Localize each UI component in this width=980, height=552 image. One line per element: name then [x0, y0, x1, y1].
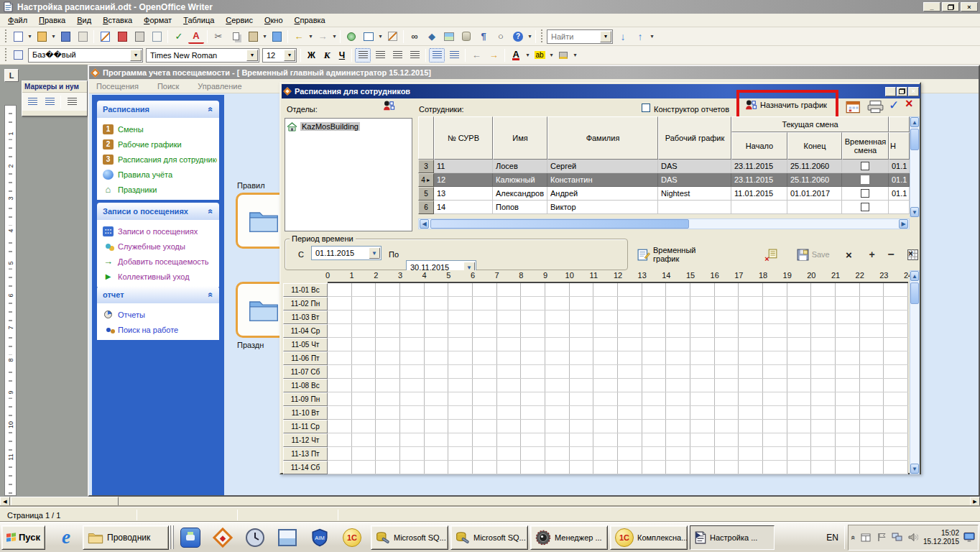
- schedule-cell[interactable]: [497, 447, 522, 460]
- schedule-cell[interactable]: [739, 297, 763, 310]
- collapse-chevron-icon[interactable]: «: [206, 209, 216, 214]
- schedule-cell[interactable]: [715, 461, 739, 474]
- day-row-header[interactable]: 11-06 Пт: [283, 351, 328, 365]
- schedule-cell[interactable]: [425, 406, 449, 419]
- schedule-cell[interactable]: [715, 379, 739, 392]
- schedule-cell[interactable]: [570, 310, 594, 323]
- schedule-cell[interactable]: [400, 310, 425, 323]
- schedule-cell[interactable]: [448, 406, 473, 419]
- menu-Справка[interactable]: Справка: [290, 15, 330, 25]
- schedule-cell[interactable]: [497, 433, 522, 446]
- ruler-corner-button[interactable]: L: [4, 69, 19, 82]
- bullet-list-icon[interactable]: [446, 48, 462, 63]
- schedule-cell[interactable]: [811, 351, 836, 364]
- schedule-cell[interactable]: [666, 338, 690, 351]
- schedule-cell[interactable]: [545, 379, 570, 392]
- day-row-header[interactable]: 11-11 Ср: [283, 420, 328, 433]
- sidebar-item-accounting-rules[interactable]: Правила учёта: [101, 167, 217, 182]
- table-cell[interactable]: 25.11.2060: [787, 173, 842, 187]
- schedule-cell[interactable]: [593, 461, 618, 474]
- schedule-cell[interactable]: [811, 338, 836, 351]
- schedule-cell[interactable]: [497, 324, 522, 337]
- italic-button[interactable]: К: [320, 50, 335, 61]
- employees-table[interactable]: № СУРВИмяФамилияРабочий графикТекущая см…: [418, 116, 910, 214]
- schedule-cell[interactable]: [352, 406, 376, 419]
- table-cell[interactable]: 14: [434, 201, 493, 214]
- table-cell[interactable]: 23.11.2015: [731, 173, 787, 187]
- schedule-cell[interactable]: [836, 392, 860, 405]
- export-pdf-icon[interactable]: [114, 29, 130, 44]
- schedule-cell[interactable]: [642, 406, 667, 419]
- hyperlink-icon[interactable]: [343, 29, 359, 44]
- numbered-list-icon[interactable]: [42, 95, 57, 109]
- schedule-cell[interactable]: [690, 297, 715, 310]
- zoom-icon[interactable]: ○: [493, 29, 509, 44]
- toolbar-grip[interactable]: [4, 29, 7, 44]
- image-viewer-icon[interactable]: [276, 525, 299, 550]
- table-cell[interactable]: 12: [434, 173, 493, 187]
- schedule-cell[interactable]: [860, 392, 884, 405]
- schedule-cell[interactable]: [400, 283, 425, 296]
- schedule-cell[interactable]: [690, 351, 715, 364]
- day-row-header[interactable]: 11-07 Сб: [283, 365, 328, 379]
- schedule-cell[interactable]: [884, 338, 908, 351]
- app-menu-Посещения[interactable]: Посещения: [96, 82, 139, 91]
- schedule-cell[interactable]: [860, 351, 884, 364]
- schedule-cell[interactable]: [448, 379, 473, 392]
- table-cell[interactable]: [731, 201, 787, 214]
- schedule-cell[interactable]: [715, 406, 739, 419]
- schedule-cell[interactable]: [570, 283, 594, 296]
- show-desktop-icon[interactable]: [963, 532, 975, 543]
- temp-shift-checkbox[interactable]: [861, 189, 869, 198]
- schedule-cell[interactable]: [521, 420, 545, 433]
- schedule-cell[interactable]: [642, 392, 667, 405]
- schedule-cell[interactable]: [739, 392, 763, 405]
- table-row[interactable]: 513АлександровАндрейNightest11.01.201501…: [418, 187, 910, 201]
- schedule-cell[interactable]: [473, 379, 497, 392]
- dropdown-arrow-icon[interactable]: ▾: [600, 31, 611, 42]
- schedule-cell[interactable]: [570, 324, 594, 337]
- table-cell[interactable]: Константин: [547, 173, 658, 187]
- schedule-cell[interactable]: [425, 338, 449, 351]
- align-left-icon[interactable]: [355, 48, 371, 63]
- schedule-cell[interactable]: [836, 433, 860, 446]
- schedule-cell[interactable]: [666, 283, 690, 296]
- schedule-cell[interactable]: [642, 447, 667, 460]
- schedule-cell[interactable]: [715, 297, 739, 310]
- close-button[interactable]: ×: [961, 2, 978, 12]
- schedule-cell[interactable]: [763, 351, 787, 364]
- schedule-cell[interactable]: [690, 461, 715, 474]
- remove-row-icon[interactable]: −: [887, 248, 894, 261]
- day-row-header[interactable]: 11-09 Пн: [283, 392, 328, 406]
- schedule-cell[interactable]: [593, 338, 618, 351]
- schedule-cell[interactable]: [473, 433, 497, 446]
- schedule-cell[interactable]: [570, 351, 594, 364]
- menu-Окно[interactable]: Окно: [259, 15, 288, 25]
- schedule-cell[interactable]: [521, 379, 545, 392]
- insert-table-icon[interactable]: [361, 29, 376, 44]
- schedule-cell[interactable]: [593, 297, 618, 310]
- task-button[interactable]: Менеджер ...: [530, 525, 608, 550]
- schedule-cell[interactable]: [884, 324, 908, 337]
- table-cell[interactable]: Лосев: [493, 160, 547, 173]
- schedule-cell[interactable]: [448, 283, 473, 296]
- table-cell[interactable]: [658, 201, 731, 214]
- schedule-cell[interactable]: [570, 365, 594, 378]
- schedule-cell[interactable]: [787, 379, 812, 392]
- schedule-cell[interactable]: [666, 420, 690, 433]
- schedule-cell[interactable]: [618, 365, 642, 378]
- schedule-cell[interactable]: [690, 324, 715, 337]
- schedule-cell[interactable]: [593, 420, 618, 433]
- schedule-cell[interactable]: [860, 420, 884, 433]
- table-cell[interactable]: [842, 173, 889, 187]
- task-button[interactable]: 1СКомплексна...: [610, 525, 688, 550]
- schedule-cell[interactable]: [763, 406, 787, 419]
- schedule-cell[interactable]: [690, 365, 715, 378]
- schedule-cell[interactable]: [328, 379, 352, 392]
- schedule-cell[interactable]: [884, 310, 908, 323]
- save-icon[interactable]: [57, 29, 73, 44]
- sidebar-item-reports[interactable]: Отчеты: [101, 307, 217, 322]
- schedule-cell[interactable]: [545, 324, 570, 337]
- schedule-cell[interactable]: [690, 338, 715, 351]
- schedule-cell[interactable]: [400, 433, 425, 446]
